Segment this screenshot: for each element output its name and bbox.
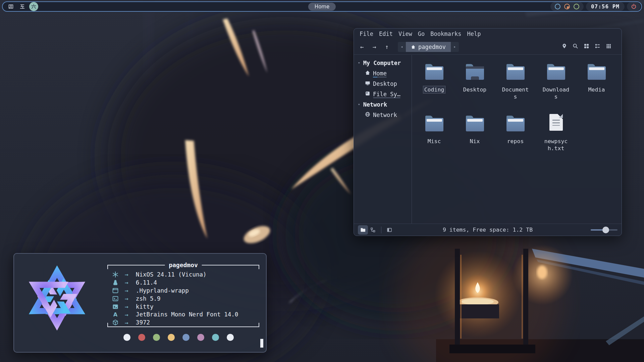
system-tray [550, 2, 584, 11]
palette-dot-3 [168, 334, 175, 341]
fetch-row-packages: →3972 [107, 318, 259, 326]
fetch-value: 3972 [136, 319, 150, 326]
power-button[interactable] [627, 2, 640, 11]
arrow-icon: → [125, 319, 128, 326]
toggle-sidebar-button[interactable] [384, 225, 394, 235]
menu-help[interactable]: Help [467, 31, 481, 39]
places-sidebar: ▾My ComputerHomeDesktopFile Sy…▾NetworkN… [354, 55, 412, 224]
file-downloads[interactable]: Downloads [536, 60, 576, 111]
sidebar-item-desktop[interactable]: Desktop [358, 78, 412, 89]
forward-button[interactable]: → [370, 43, 379, 50]
arrow-icon: → [125, 279, 128, 286]
fetch-row-wm: →.Hyprland-wrapp [107, 287, 259, 295]
folder-icon [466, 118, 484, 131]
desktop-folder-icon [466, 66, 484, 80]
arrow-icon: → [125, 287, 128, 294]
menu-file[interactable]: File [360, 31, 373, 39]
text-file-icon [549, 114, 563, 131]
icon-view-button[interactable] [358, 225, 368, 235]
file-documents[interactable]: Documents [495, 60, 536, 111]
sidebar-item-home[interactable]: Home [358, 68, 412, 78]
clock[interactable]: 07:56 PM [586, 2, 625, 11]
sidebar-item-label: Home [373, 70, 387, 77]
home-icon [365, 70, 370, 77]
path-bar: ◂ pagedmov ▸ [398, 42, 459, 52]
terminal-color-palette [123, 334, 234, 341]
workspace-item[interactable] [18, 2, 27, 11]
menu-bookmarks[interactable]: Bookmarks [430, 31, 461, 39]
location-icon[interactable] [561, 43, 567, 50]
status-separator [381, 227, 381, 233]
sidebar-item-label: File Sy… [373, 91, 400, 98]
path-scroll-right-button[interactable]: ▸ [451, 42, 459, 52]
file-newpsych-txt[interactable]: newpsych.txt [536, 111, 576, 163]
list-icon[interactable] [595, 43, 600, 50]
menu-view[interactable]: View [398, 31, 412, 39]
grid-icon[interactable] [584, 43, 589, 50]
zoom-slider[interactable] [591, 227, 618, 233]
workspace-active[interactable] [29, 2, 38, 11]
path-label: pagedmov [418, 44, 446, 50]
palette-dot-6 [212, 334, 219, 341]
workspace-item[interactable] [6, 2, 15, 11]
tray-green-status-icon[interactable] [574, 4, 579, 9]
sidebar-group-label: Network [363, 101, 387, 108]
sidebar-group-my-computer[interactable]: ▾My Computer [358, 58, 412, 68]
file-media[interactable]: Media [576, 60, 617, 111]
fetch-rows: →NixOS 24.11 (Vicuna)→6.11.4→.Hyprland-w… [107, 270, 259, 326]
tray-orange-status-icon[interactable] [564, 4, 570, 9]
file-desktop[interactable]: Desktop [454, 60, 495, 111]
desktop-icon [365, 80, 370, 87]
nixos-icon [112, 271, 121, 278]
file-grid: CodingDesktopDocumentsDownloadsMediaMisc… [412, 55, 622, 224]
sidebar-toggle-icon [387, 227, 392, 233]
file-icon-wrap [547, 60, 565, 80]
file-label: Misc [427, 138, 442, 145]
desktop-dock-shape [471, 76, 479, 80]
zoom-slider-thumb[interactable] [602, 227, 609, 233]
menu-edit[interactable]: Edit [379, 31, 393, 39]
file-coding[interactable]: Coding [414, 60, 454, 111]
file-label: Downloads [540, 86, 572, 100]
file-misc[interactable]: Misc [414, 111, 454, 163]
arrow-icon: → [125, 295, 128, 302]
file-icon-wrap [588, 60, 606, 80]
file-nix[interactable]: Nix [454, 111, 495, 163]
sidebar-item-filesy[interactable]: File Sy… [358, 89, 412, 99]
palette-dot-4 [182, 334, 190, 341]
path-tab-home[interactable]: pagedmov [406, 42, 451, 52]
status-bar-fm: 9 items, Free space: 1.2 TB [354, 224, 622, 236]
power-icon [631, 4, 637, 9]
fetch-value: JetBrains Mono Nerd Font 14.0 [136, 311, 238, 318]
compact-icon[interactable] [606, 43, 611, 50]
terminal-icon [112, 303, 121, 310]
tray-blue-status-icon[interactable] [555, 4, 560, 9]
terminal-cursor [260, 339, 263, 348]
file-repos[interactable]: repos [495, 111, 536, 163]
status-bar: Home 07:56 PM [2, 1, 642, 12]
sidebar-item-network[interactable]: Network [358, 110, 412, 120]
fetch-row-kernel: →6.11.4 [107, 279, 259, 287]
fetch-value: 6.11.4 [136, 279, 157, 286]
fetch-title: pagedmov [165, 262, 202, 268]
tree-view-button[interactable] [368, 225, 378, 235]
font-icon: A [112, 311, 121, 318]
wm-icon [112, 287, 121, 294]
folder-view-icon [360, 227, 366, 233]
sidebar-group-network[interactable]: ▾Network [358, 99, 412, 110]
chevron-down-icon: ▾ [358, 102, 360, 107]
file-label: newpsych.txt [540, 138, 572, 152]
search-icon[interactable] [573, 43, 578, 50]
file-icon-wrap [549, 111, 563, 131]
file-label: Coding [423, 86, 445, 93]
path-scroll-left-button[interactable]: ◂ [398, 42, 406, 52]
tree-view-icon [370, 227, 376, 233]
menu-go[interactable]: Go [418, 31, 425, 39]
file-label: Nix [469, 138, 481, 145]
file-label: Media [587, 86, 606, 93]
up-button[interactable]: ↑ [383, 43, 391, 50]
sidebar-item-label: Network [373, 112, 397, 118]
back-button[interactable]: ← [358, 43, 366, 50]
nixos-logo [21, 262, 93, 334]
folder-icon [506, 118, 525, 131]
